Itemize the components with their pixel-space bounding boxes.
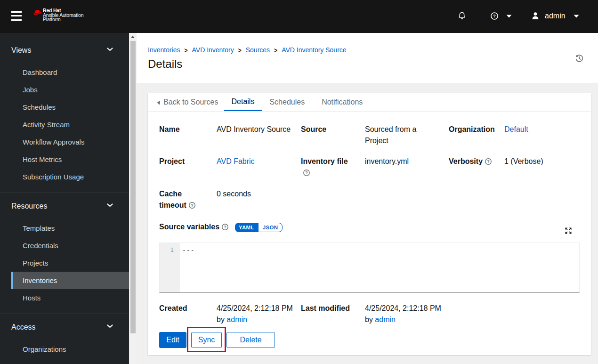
history-icon[interactable] (575, 54, 583, 63)
question-circle-icon[interactable]: ? (189, 202, 195, 209)
modified-by-link[interactable]: admin (375, 315, 396, 324)
nav-toggle-button[interactable] (11, 11, 22, 21)
nav-divider (0, 193, 129, 193)
last-modified-value: 4/25/2024, 2:12:18 PM by admin (365, 303, 441, 325)
sidebar-item-credentials[interactable]: Credentials (11, 237, 129, 254)
chevron-down-icon (107, 203, 113, 207)
sidebar-nav: Views Dashboard Jobs Schedules Activity … (0, 33, 129, 364)
sync-button[interactable]: Sync (191, 332, 222, 348)
nav-section-views[interactable]: Views (11, 45, 118, 56)
edit-button[interactable]: Edit (159, 332, 186, 348)
editor-content[interactable]: --- (180, 243, 194, 292)
project-link[interactable]: AVD Fabric (217, 157, 255, 165)
caret-left-icon (157, 100, 160, 105)
sidebar-item-organizations[interactable]: Organizations (11, 340, 129, 358)
sidebar-item-inventories[interactable]: Inventories (11, 272, 129, 289)
breadcrumb-separator: > (238, 45, 242, 56)
sidebar-item-hosts[interactable]: Hosts (11, 289, 129, 307)
breadcrumb-inventories[interactable]: Inventories (148, 46, 180, 54)
page-header: Inventories>AVD Inventory>Sources>AVD In… (137, 33, 598, 83)
last-modified-label: Last modified (301, 303, 365, 314)
created-value: 4/25/2024, 2:12:18 PM by admin (217, 303, 293, 325)
detail-verbosity-value: 1 (Verbose) (504, 156, 543, 167)
tab-back-to-sources[interactable]: Back to Sources (157, 93, 218, 111)
detail-organization: Organization Default (449, 124, 580, 146)
action-buttons: Edit Sync Delete (159, 332, 580, 348)
breadcrumb: Inventories>AVD Inventory>Sources>AVD In… (148, 45, 598, 56)
svg-text:?: ? (305, 170, 308, 175)
timestamps-row: Created 4/25/2024, 2:12:18 PM by admin L… (159, 303, 580, 325)
notifications-bell-icon[interactable] (458, 12, 466, 20)
breadcrumb-separator: > (184, 45, 187, 56)
editor-line-number: 1 (160, 243, 180, 292)
brand-logo: Red Hat Ansible Automation Platform (33, 8, 83, 22)
organization-link[interactable]: Default (504, 125, 528, 133)
source-variables-row: Source variables? YAML JSON (159, 221, 580, 233)
yaml-json-toggle: YAML JSON (235, 223, 283, 232)
detail-cache-timeout-value: 0 seconds (217, 188, 251, 200)
detail-row: Name AVD Inventory Source Source Sourced… (159, 124, 580, 146)
sidebar-item-activity-stream[interactable]: Activity Stream (11, 116, 129, 133)
chevron-down-icon (107, 324, 113, 328)
redhat-fedora-icon (33, 9, 42, 16)
breadcrumb-avd-inventory[interactable]: AVD Inventory (192, 46, 234, 54)
question-circle-icon[interactable]: ? (303, 170, 310, 176)
help-icon[interactable]: ? (491, 12, 498, 20)
svg-text:?: ? (487, 159, 490, 164)
nav-divider (0, 314, 129, 314)
help-caret-down-icon[interactable] (506, 15, 512, 18)
detail-name-label: Name (159, 124, 217, 135)
source-variables-label: Source variables? (159, 221, 228, 233)
detail-inventory-file-value: inventory.yml (365, 156, 409, 167)
tab-details[interactable]: Details (224, 93, 262, 111)
sidebar-item-workflow-approvals[interactable]: Workflow Approvals (11, 133, 129, 151)
sidebar-item-templates[interactable]: Templates (11, 219, 129, 237)
vertical-scrollbar[interactable] (129, 33, 137, 364)
created-by-link[interactable]: admin (226, 315, 247, 324)
sidebar-item-projects[interactable]: Projects (11, 254, 129, 272)
detail-verbosity-label: Verbosity? (449, 156, 504, 167)
sidebar-item-jobs[interactable]: Jobs (11, 81, 129, 98)
user-icon (532, 12, 539, 20)
breadcrumb-sources[interactable]: Sources (246, 46, 270, 54)
detail-last-modified: Last modified 4/25/2024, 2:12:18 PM by a… (301, 303, 536, 325)
sidebar-item-subscription-usage[interactable]: Subscription Usage (11, 168, 129, 186)
details-card: Back to Sources Details Schedules Notifi… (148, 93, 591, 355)
detail-name-value: AVD Inventory Source (217, 124, 291, 135)
svg-text:?: ? (191, 203, 194, 208)
scrollbar-up-arrow[interactable] (131, 36, 135, 38)
tab-schedules[interactable]: Schedules (262, 93, 312, 111)
delete-button[interactable]: Delete (226, 332, 275, 348)
nav-section-access[interactable]: Access (11, 322, 118, 333)
nav-section-resources[interactable]: Resources (11, 201, 118, 212)
breadcrumb-avd-inventory-source[interactable]: AVD Inventory Source (282, 46, 346, 54)
page-title: Details (148, 57, 598, 71)
question-circle-icon[interactable]: ? (222, 224, 228, 230)
yaml-toggle-button[interactable]: YAML (235, 223, 258, 232)
detail-source: Source Sourced from a Project (301, 124, 449, 146)
variables-code-editor[interactable]: 1 --- (159, 243, 580, 293)
sidebar-item-host-metrics[interactable]: Host Metrics (11, 151, 129, 168)
svg-text:?: ? (224, 225, 226, 229)
sidebar-item-dashboard[interactable]: Dashboard (11, 64, 129, 81)
detail-source-value: Sourced from a Project (365, 124, 436, 146)
detail-created: Created 4/25/2024, 2:12:18 PM by admin (159, 303, 301, 325)
details-body: Name AVD Inventory Source Source Sourced… (148, 112, 591, 348)
user-caret-down-icon[interactable] (574, 15, 579, 18)
question-circle-icon[interactable]: ? (485, 158, 492, 165)
detail-project-label: Project (159, 156, 217, 167)
detail-source-label: Source (301, 124, 365, 135)
sidebar-item-schedules[interactable]: Schedules (11, 98, 129, 116)
json-toggle-button[interactable]: JSON (258, 223, 283, 232)
masthead: Red Hat Ansible Automation Platform ? ad… (0, 0, 598, 33)
brand-product-line2: Platform (43, 17, 83, 22)
tab-notifications[interactable]: Notifications (314, 93, 370, 111)
detail-project: Project AVD Fabric (159, 156, 301, 178)
detail-cache-timeout: Cache timeout? 0 seconds (159, 188, 301, 211)
detail-organization-label: Organization (449, 124, 504, 135)
detail-row: Project AVD Fabric Inventory file ? inve… (159, 156, 580, 178)
expand-icon[interactable] (565, 227, 572, 234)
scrollbar-thumb[interactable] (130, 41, 136, 333)
username-menu[interactable]: admin (545, 12, 566, 20)
detail-row: Cache timeout? 0 seconds (159, 188, 580, 211)
